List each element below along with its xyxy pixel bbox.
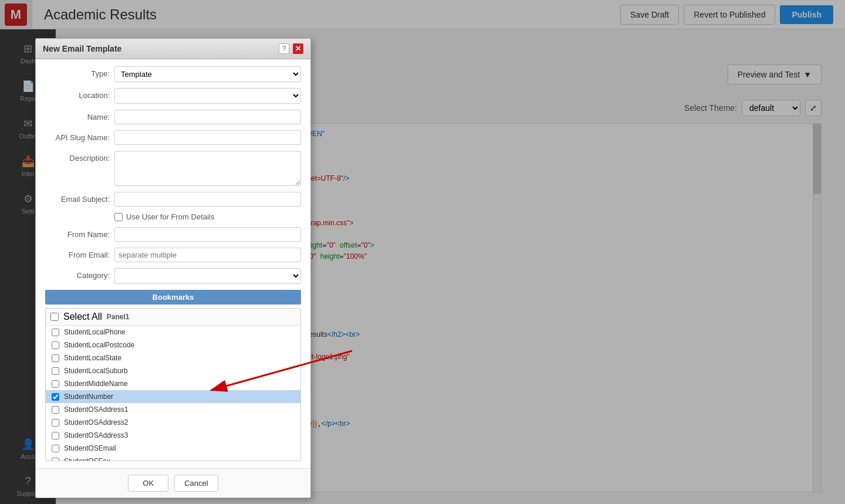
bookmark-label: StudentNumber (64, 393, 113, 401)
bookmark-item[interactable]: StudentOSEmail (46, 442, 300, 455)
api-slug-row: API Slug Name: (45, 130, 301, 145)
bookmarks-header: Select All Panel1 (46, 309, 300, 326)
dialog-body: Type: Template Location: Name: API Slug … (36, 59, 310, 468)
name-input[interactable] (114, 110, 301, 124)
bookmark-label: StudentOSEmail (64, 444, 116, 452)
panel-label: Panel1 (107, 313, 130, 321)
email-subject-input[interactable] (114, 192, 301, 207)
bookmark-checkbox[interactable] (52, 445, 59, 452)
use-user-checkbox[interactable] (114, 213, 123, 221)
bookmark-checkbox[interactable] (52, 432, 59, 439)
bookmark-checkbox[interactable] (52, 367, 59, 375)
dialog-title: New Email Template (43, 44, 121, 53)
email-subject-label: Email Subject: (45, 192, 110, 204)
bookmarks-button[interactable]: Bookmarks (45, 290, 301, 305)
bookmark-checkbox[interactable] (52, 329, 59, 336)
bookmark-item[interactable]: StudentLocalSuburb (46, 364, 300, 377)
bookmark-item[interactable]: StudentLocalPhone (46, 326, 300, 339)
from-email-input[interactable] (114, 248, 301, 262)
location-select[interactable] (114, 88, 301, 104)
bookmark-item[interactable]: StudentLocalPostcode (46, 339, 300, 351)
type-select[interactable]: Template (114, 66, 301, 82)
bookmark-checkbox[interactable] (52, 393, 59, 401)
bookmark-item[interactable]: StudentMiddleName (46, 377, 300, 390)
bookmark-item[interactable]: StudentOSAddress3 (46, 429, 300, 442)
bookmark-checkbox[interactable] (52, 458, 59, 461)
name-row: Name: (45, 110, 301, 124)
description-row: Description: (45, 151, 301, 186)
bookmark-item[interactable]: StudentNumber (46, 390, 300, 403)
cancel-button[interactable]: Cancel (174, 475, 218, 492)
new-email-template-dialog: New Email Template ? ✕ Type: Template Lo… (35, 38, 311, 498)
category-select[interactable] (114, 268, 301, 284)
from-name-label: From Name: (45, 227, 110, 239)
bookmark-item[interactable]: StudentOSFax (46, 455, 300, 461)
dialog-header: New Email Template ? ✕ (36, 39, 310, 59)
from-email-row: From Email: (45, 248, 301, 262)
category-label: Category: (45, 268, 110, 280)
from-name-row: From Name: (45, 227, 301, 242)
from-name-input[interactable] (114, 227, 301, 242)
bookmark-item[interactable]: StudentOSAddress1 (46, 403, 300, 416)
api-slug-input[interactable] (114, 130, 301, 145)
location-row: Location: (45, 88, 301, 104)
dialog-footer: OK Cancel (36, 468, 310, 498)
bookmark-list: StudentLocalPhoneStudentLocalPostcodeStu… (46, 326, 300, 461)
bookmark-label: StudentLocalPostcode (64, 341, 134, 349)
api-slug-label: API Slug Name: (45, 130, 110, 142)
bookmark-checkbox[interactable] (52, 406, 59, 414)
ok-button[interactable]: OK (128, 475, 168, 492)
bookmark-checkbox[interactable] (52, 354, 59, 362)
bookmark-label: StudentOSAddress3 (64, 431, 128, 439)
bookmark-label: StudentLocalPhone (64, 328, 126, 336)
bookmark-checkbox[interactable] (52, 380, 59, 388)
select-all-label: Select All (63, 312, 102, 322)
location-label: Location: (45, 88, 110, 100)
name-label: Name: (45, 110, 110, 121)
type-row: Type: Template (45, 66, 301, 82)
description-textarea[interactable] (114, 151, 301, 186)
bookmarks-panel: Select All Panel1 StudentLocalPhoneStude… (45, 308, 301, 461)
dialog-help-button[interactable]: ? (279, 43, 289, 54)
bookmark-label: StudentMiddleName (64, 380, 128, 388)
bookmark-item[interactable]: StudentOSAddress2 (46, 416, 300, 429)
from-email-label: From Email: (45, 248, 110, 259)
bookmark-label: StudentOSAddress1 (64, 405, 128, 414)
description-label: Description: (45, 151, 110, 163)
bookmark-label: StudentOSAddress2 (64, 418, 128, 427)
dialog-close-button[interactable]: ✕ (293, 43, 303, 54)
use-user-row: Use User for From Details (114, 212, 301, 221)
type-label: Type: (45, 66, 110, 78)
category-row: Category: (45, 268, 301, 284)
bookmark-label: StudentLocalSuburb (64, 367, 128, 375)
bookmark-label: StudentOSFax (64, 457, 110, 461)
email-subject-row: Email Subject: (45, 192, 301, 207)
bookmark-label: StudentLocalState (64, 354, 121, 362)
select-all-checkbox[interactable] (50, 313, 59, 321)
bookmark-checkbox[interactable] (52, 341, 59, 349)
use-user-label: Use User for From Details (126, 212, 214, 221)
bookmark-item[interactable]: StudentLocalState (46, 351, 300, 364)
bookmark-checkbox[interactable] (52, 419, 59, 427)
